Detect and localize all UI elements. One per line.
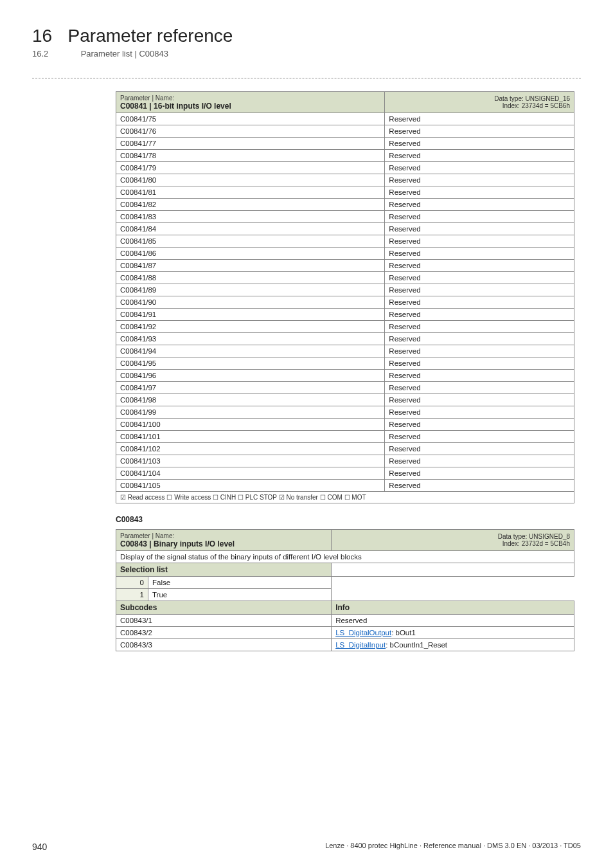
table-row: C00841/82Reserved bbox=[116, 199, 574, 211]
table-row: C00841/84Reserved bbox=[116, 223, 574, 235]
code-cell: C00841/95 bbox=[116, 357, 385, 370]
value-cell: Reserved bbox=[385, 406, 574, 419]
page-footer: 940 Lenze · 8400 protec HighLine · Refer… bbox=[32, 842, 581, 852]
selection-header-row: Selection list bbox=[116, 563, 574, 577]
table-row: C00841/83Reserved bbox=[116, 211, 574, 223]
selection-blank bbox=[332, 563, 574, 577]
description-cell: Display of the signal status of the bina… bbox=[116, 551, 574, 563]
value-cell: Reserved bbox=[385, 211, 574, 223]
subcode-info: Reserved bbox=[332, 615, 574, 627]
table-row: C00841/102Reserved bbox=[116, 443, 574, 455]
table-row: C00841/87Reserved bbox=[116, 260, 574, 272]
info-label: Info bbox=[332, 601, 574, 615]
datatype-cell: Data type: UNSIGNED_16 Index: 23734d = 5… bbox=[385, 92, 574, 113]
selection-row: 1True bbox=[116, 589, 574, 601]
value-cell: Reserved bbox=[385, 296, 574, 309]
selection-num: 0 bbox=[116, 577, 148, 589]
code-cell: C00841/94 bbox=[116, 345, 385, 357]
table-row: C00841/79Reserved bbox=[116, 162, 574, 174]
table-row: C00841/101Reserved bbox=[116, 431, 574, 443]
info-text: : bOut1 bbox=[391, 629, 416, 637]
value-cell: Reserved bbox=[385, 223, 574, 235]
value-cell: Reserved bbox=[385, 186, 574, 199]
value-cell: Reserved bbox=[385, 309, 574, 321]
value-cell: Reserved bbox=[385, 467, 574, 480]
code-cell: C00841/82 bbox=[116, 199, 385, 211]
code-cell: C00841/85 bbox=[116, 235, 385, 248]
selection-val: True bbox=[148, 589, 332, 601]
subcode-info: LS_DigitalOutput: bOut1 bbox=[332, 627, 574, 639]
selection-row: 0False bbox=[116, 577, 574, 589]
table-row: C00841/80Reserved bbox=[116, 174, 574, 186]
value-cell: Reserved bbox=[385, 333, 574, 345]
divider bbox=[32, 78, 581, 78]
param-label: Parameter | Name: bbox=[120, 532, 174, 539]
table-row: C00841/93Reserved bbox=[116, 333, 574, 345]
code-cell: C00841/99 bbox=[116, 406, 385, 419]
table-row: C00841/88Reserved bbox=[116, 272, 574, 284]
subcode-code: C00843/1 bbox=[116, 615, 332, 627]
description-row: Display of the signal status of the bina… bbox=[116, 551, 574, 563]
section-title: Parameter list | C00843 bbox=[81, 49, 168, 59]
code-cell: C00841/100 bbox=[116, 419, 385, 431]
table-row: C00841/78Reserved bbox=[116, 150, 574, 162]
code-cell: C00841/91 bbox=[116, 309, 385, 321]
selection-num: 1 bbox=[116, 589, 148, 601]
section-number: 16.2 bbox=[32, 49, 78, 59]
subcode-code: C00843/3 bbox=[116, 639, 332, 651]
value-cell: Reserved bbox=[385, 162, 574, 174]
selection-list-label: Selection list bbox=[116, 563, 332, 577]
code-cell: C00841/105 bbox=[116, 480, 385, 492]
table-row: C00841/95Reserved bbox=[116, 357, 574, 370]
datatype-cell: Data type: UNSIGNED_8 Index: 23732d = 5C… bbox=[332, 530, 574, 551]
value-cell: Reserved bbox=[385, 284, 574, 296]
table-row: C00841/96Reserved bbox=[116, 370, 574, 382]
table-row: C00841/99Reserved bbox=[116, 406, 574, 419]
code-cell: C00841/90 bbox=[116, 296, 385, 309]
value-cell: Reserved bbox=[385, 370, 574, 382]
dtype-line1: Data type: UNSIGNED_16 bbox=[494, 95, 570, 102]
code-cell: C00841/75 bbox=[116, 113, 385, 125]
value-cell: Reserved bbox=[385, 382, 574, 394]
code-cell: C00841/79 bbox=[116, 162, 385, 174]
dtype-line2: Index: 23734d = 5CB6h bbox=[502, 102, 570, 109]
selection-val: False bbox=[148, 577, 332, 589]
value-cell: Reserved bbox=[385, 431, 574, 443]
table-row: C00841/98Reserved bbox=[116, 394, 574, 406]
page-number: 940 bbox=[32, 842, 47, 852]
table-row: C00841/92Reserved bbox=[116, 321, 574, 333]
code-cell: C00841/76 bbox=[116, 125, 385, 138]
table-row: C00841/90Reserved bbox=[116, 296, 574, 309]
table-row: C00841/104Reserved bbox=[116, 467, 574, 480]
code-cell: C00841/80 bbox=[116, 174, 385, 186]
dtype-line1: Data type: UNSIGNED_8 bbox=[498, 533, 570, 540]
dtype-line2: Index: 23732d = 5CB4h bbox=[502, 540, 570, 547]
value-cell: Reserved bbox=[385, 455, 574, 467]
code-cell: C00841/88 bbox=[116, 272, 385, 284]
code-cell: C00841/86 bbox=[116, 248, 385, 260]
table-row: C00841/86Reserved bbox=[116, 248, 574, 260]
value-cell: Reserved bbox=[385, 235, 574, 248]
table-row: C00841/91Reserved bbox=[116, 309, 574, 321]
code-cell: C00841/101 bbox=[116, 431, 385, 443]
subcode-row: C00843/3LS_DigitalInput: bCountIn1_Reset bbox=[116, 639, 574, 651]
table-row: C00841/94Reserved bbox=[116, 345, 574, 357]
code-cell: C00841/103 bbox=[116, 455, 385, 467]
code-cell: C00841/83 bbox=[116, 211, 385, 223]
subcode-info: LS_DigitalInput: bCountIn1_Reset bbox=[332, 639, 574, 651]
value-cell: Reserved bbox=[385, 174, 574, 186]
value-cell: Reserved bbox=[385, 357, 574, 370]
value-cell: Reserved bbox=[385, 113, 574, 125]
value-cell: Reserved bbox=[385, 199, 574, 211]
table-row: C00841/75Reserved bbox=[116, 113, 574, 125]
table-row: C00841/76Reserved bbox=[116, 125, 574, 138]
code-cell: C00841/87 bbox=[116, 260, 385, 272]
code-cell: C00841/97 bbox=[116, 382, 385, 394]
subcodes-label: Subcodes bbox=[116, 601, 332, 615]
chapter-title: Parameter reference bbox=[68, 26, 233, 46]
code-cell: C00841/89 bbox=[116, 284, 385, 296]
code-cell: C00841/102 bbox=[116, 443, 385, 455]
link[interactable]: LS_DigitalOutput bbox=[335, 629, 391, 637]
table-row: C00841/85Reserved bbox=[116, 235, 574, 248]
link[interactable]: LS_DigitalInput bbox=[335, 641, 386, 649]
